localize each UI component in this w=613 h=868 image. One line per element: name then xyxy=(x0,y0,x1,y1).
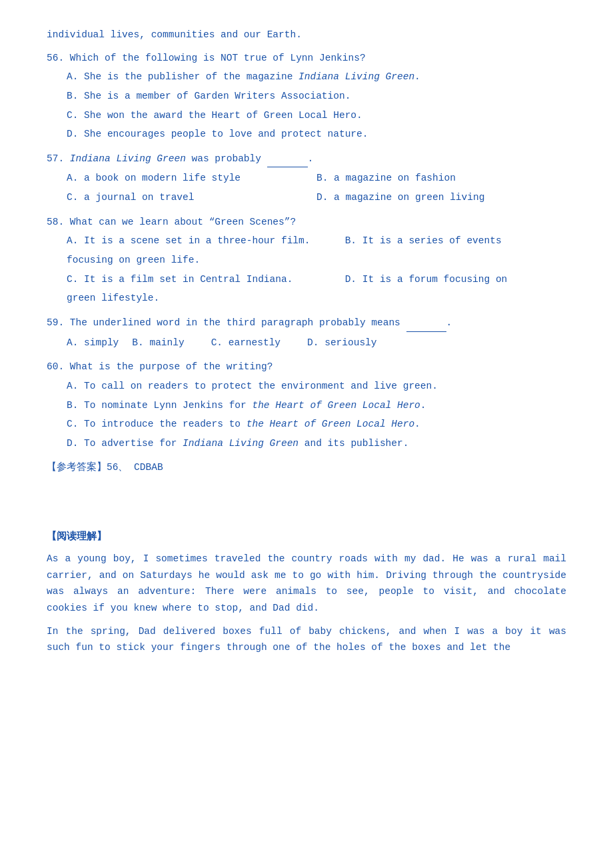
q58-focusingAB: focusing on green life. xyxy=(67,252,566,269)
question-57-text: 57. Indiana Living Green was probably . xyxy=(47,151,566,168)
q56-optD: D. She encourages people to love and pro… xyxy=(67,126,566,143)
q59-options: A. simply B. mainly C. earnestly D. seri… xyxy=(47,335,566,351)
q57-optD: D. a magazine on green living xyxy=(316,189,566,206)
q59-optB: B. mainly xyxy=(132,335,184,351)
question-59: 59. The underlined word in the third par… xyxy=(47,315,566,351)
q58-focusingCD: green lifestyle. xyxy=(67,290,566,307)
q57-optB: B. a magazine on fashion xyxy=(316,170,566,187)
q58-optCD: C. It is a film set in Central Indiana. … xyxy=(67,271,566,288)
q57-row1: A. a book on modern life style B. a maga… xyxy=(67,170,566,187)
q59-optC: C. earnestly xyxy=(211,335,281,351)
question-58-text: 58. What can we learn about “Green Scene… xyxy=(47,214,566,231)
q56-options: A. She is the publisher of the magazine … xyxy=(47,69,566,143)
q59-row1: A. simply B. mainly C. earnestly D. seri… xyxy=(67,335,566,351)
q57-optA: A. a book on modern life style xyxy=(67,170,316,187)
q60-optC: C. To introduce the readers to the Heart… xyxy=(67,416,566,433)
q56-optB: B. She is a member of Garden Writers Ass… xyxy=(67,88,566,105)
question-56-text: 56. Which of the following is NOT true o… xyxy=(47,50,566,67)
section2-para2: In the spring, Dad delivered boxes full … xyxy=(47,623,566,656)
question-57: 57. Indiana Living Green was probably . … xyxy=(47,151,566,206)
q57-options: A. a book on modern life style B. a maga… xyxy=(47,170,566,205)
intro-line: individual lives, communities and our Ea… xyxy=(47,27,566,43)
answer-line: 【参考答案】56、 CDBAB xyxy=(47,459,566,476)
q60-optA: A. To call on readers to protect the env… xyxy=(67,378,566,395)
section2-para1: As a young boy, I sometimes traveled the… xyxy=(47,551,566,617)
q59-optA: A. simply xyxy=(67,335,119,351)
q56-optC: C. She won the award the Heart of Green … xyxy=(67,107,566,124)
q56-optA: A. She is the publisher of the magazine … xyxy=(67,69,566,85)
q59-optD: D. seriously xyxy=(307,335,376,351)
q60-options: A. To call on readers to protect the env… xyxy=(47,378,566,452)
q57-row2: C. a journal on travel D. a magazine on … xyxy=(67,189,566,206)
answer-text: 56、 CDBAB xyxy=(107,462,163,473)
q58-optAB: A. It is a scene set in a three-hour fil… xyxy=(67,233,566,249)
q56-body: Which of the following is NOT true of Ly… xyxy=(70,53,366,63)
question-58: 58. What can we learn about “Green Scene… xyxy=(47,214,566,307)
answer-label: 【参考答案】 xyxy=(47,462,107,473)
question-59-text: 59. The underlined word in the third par… xyxy=(47,315,566,332)
q56-number: 56. xyxy=(47,53,70,63)
q57-optC: C. a journal on travel xyxy=(67,189,316,206)
question-60-text: 60. What is the purpose of the writing? xyxy=(47,359,566,375)
question-56: 56. Which of the following is NOT true o… xyxy=(47,50,566,143)
q60-optD: D. To advertise for Indiana Living Green… xyxy=(67,435,566,452)
q60-optB: B. To nominate Lynn Jenkins for the Hear… xyxy=(67,397,566,414)
q58-options: A. It is a scene set in a three-hour fil… xyxy=(47,233,566,307)
question-60: 60. What is the purpose of the writing? … xyxy=(47,359,566,451)
section2-header: 【阅读理解】 xyxy=(47,529,566,545)
